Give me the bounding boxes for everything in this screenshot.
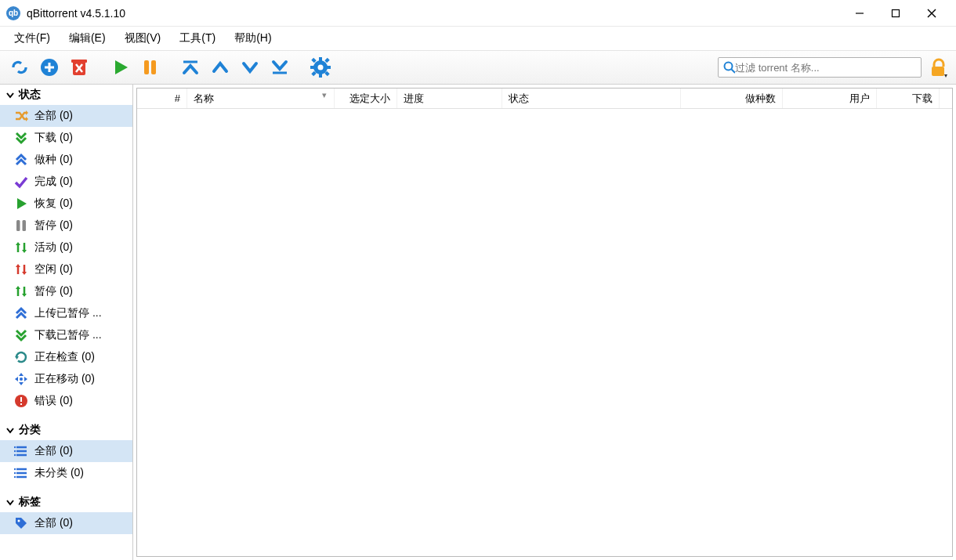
svg-point-17 <box>318 65 324 70</box>
shuffle-icon <box>14 109 28 123</box>
window-close-button[interactable] <box>914 0 950 27</box>
filter-search-input[interactable] <box>735 62 916 74</box>
svg-marker-37 <box>16 264 20 267</box>
sidebar-item-label: 全部 (0) <box>34 444 73 458</box>
list-icon <box>14 466 28 480</box>
sidebar-header-categories[interactable]: 分类 <box>0 420 132 440</box>
sidebar-item-label: 正在检查 (0) <box>34 350 95 364</box>
svg-marker-40 <box>22 294 27 297</box>
sidebar-item-label: 空闲 (0) <box>34 262 73 276</box>
lock-ui-button[interactable] <box>926 56 950 79</box>
maximize-icon <box>891 9 900 18</box>
move-bottom-button[interactable] <box>266 54 293 81</box>
resume-button[interactable] <box>107 54 133 81</box>
sidebar-item-errored[interactable]: 错误 (0) <box>0 390 132 412</box>
sidebar-item-seeding[interactable]: 做种 (0) <box>0 149 132 171</box>
double-down-icon <box>14 328 28 342</box>
sidebar-item-label: 下载 (0) <box>34 131 73 145</box>
move-top-button[interactable] <box>177 54 204 81</box>
list-icon <box>14 444 28 458</box>
play-icon <box>14 197 28 211</box>
column-header-num[interactable]: # <box>137 89 187 108</box>
play-icon <box>109 56 131 78</box>
minimize-icon <box>855 9 864 18</box>
delete-torrent-button[interactable] <box>66 54 92 81</box>
svg-rect-20 <box>310 66 315 69</box>
column-header-seeds[interactable]: 做种数 <box>681 89 783 108</box>
sidebar-item-checking[interactable]: 正在检查 (0) <box>0 346 132 368</box>
sidebar-item-label: 做种 (0) <box>34 153 73 167</box>
preferences-button[interactable] <box>307 54 334 81</box>
svg-rect-24 <box>324 58 329 63</box>
add-torrent-link-button[interactable] <box>6 54 33 81</box>
menu-help[interactable]: 帮助(H) <box>225 28 281 49</box>
svg-point-53 <box>14 446 16 448</box>
sidebar-item-all[interactable]: 全部 (0) <box>0 105 132 127</box>
sidebar-item-cat_none[interactable]: 未分类 (0) <box>0 462 132 484</box>
sidebar-header-tags[interactable]: 标签 <box>0 492 132 512</box>
window-maximize-button[interactable] <box>878 0 914 27</box>
sidebar-item-resumed[interactable]: 恢复 (0) <box>0 193 132 215</box>
chevron-down-icon <box>5 89 16 100</box>
svg-marker-42 <box>19 373 24 376</box>
svg-rect-34 <box>23 220 27 231</box>
updown-icon <box>14 262 28 276</box>
sidebar-item-cat_all[interactable]: 全部 (0) <box>0 440 132 462</box>
sidebar-header-tags-label: 标签 <box>19 495 41 509</box>
svg-rect-33 <box>16 220 20 231</box>
sidebar-item-paused[interactable]: 暂停 (0) <box>0 215 132 237</box>
svg-rect-28 <box>932 67 944 76</box>
svg-point-26 <box>725 63 733 70</box>
filter-search-box[interactable] <box>718 57 922 78</box>
window-minimize-button[interactable] <box>842 0 878 27</box>
menu-tools[interactable]: 工具(T) <box>170 28 225 49</box>
svg-marker-36 <box>22 250 27 253</box>
svg-point-60 <box>14 472 16 474</box>
sidebar-item-label: 全部 (0) <box>34 516 73 530</box>
lock-icon <box>928 57 948 78</box>
search-icon <box>723 61 735 74</box>
svg-rect-13 <box>151 60 156 74</box>
column-header-progress[interactable]: 进度 <box>397 89 502 108</box>
torrent-table: ▾ #名称选定大小进度状态做种数用户下载 <box>136 88 953 557</box>
pause-button[interactable] <box>136 54 163 81</box>
sidebar-item-label: 正在移动 (0) <box>34 372 95 386</box>
column-header-name[interactable]: 名称 <box>187 89 335 108</box>
menu-edit[interactable]: 编辑(E) <box>60 28 115 49</box>
svg-rect-21 <box>326 66 331 69</box>
sidebar-item-tag_all[interactable]: 全部 (0) <box>0 512 132 534</box>
column-header-peers[interactable]: 用户 <box>783 89 877 108</box>
sidebar-item-label: 未分类 (0) <box>34 466 84 480</box>
move-down-button[interactable] <box>237 54 263 81</box>
move-up-button[interactable] <box>207 54 234 81</box>
svg-rect-18 <box>319 57 322 62</box>
sidebar-item-stalled_up[interactable]: 上传已暂停 ... <box>0 302 132 324</box>
column-header-download[interactable]: 下载 <box>877 89 940 108</box>
column-header-status[interactable]: 状态 <box>502 89 681 108</box>
sidebar-header-status[interactable]: 状态 <box>0 85 132 105</box>
menu-view[interactable]: 视图(V) <box>115 28 171 49</box>
sidebar-item-stalled[interactable]: 暂停 (0) <box>0 280 132 302</box>
sidebar-item-moving[interactable]: 正在移动 (0) <box>0 368 132 390</box>
table-body[interactable] <box>137 109 952 544</box>
sidebar-item-completed[interactable]: 完成 (0) <box>0 171 132 193</box>
sidebar-item-inactive[interactable]: 空闲 (0) <box>0 258 132 280</box>
horizontal-scrollbar[interactable] <box>137 544 952 556</box>
column-header-size[interactable]: 选定大小 <box>335 89 397 108</box>
svg-marker-31 <box>26 117 28 121</box>
sidebar-item-download[interactable]: 下载 (0) <box>0 127 132 149</box>
sidebar-item-label: 暂停 (0) <box>34 284 73 298</box>
refresh-icon <box>14 350 28 364</box>
menu-file[interactable]: 文件(F) <box>5 28 60 49</box>
table-header-row: #名称选定大小进度状态做种数用户下载 <box>137 89 952 109</box>
add-torrent-file-button[interactable] <box>36 54 63 81</box>
svg-marker-35 <box>16 242 20 245</box>
sidebar-item-label: 上传已暂停 ... <box>34 306 102 320</box>
double-down-icon <box>14 131 28 145</box>
link-icon <box>9 56 31 78</box>
menu-bar: 文件(F) 编辑(E) 视图(V) 工具(T) 帮助(H) <box>0 27 956 50</box>
sidebar-item-stalled_dl[interactable]: 下载已暂停 ... <box>0 324 132 346</box>
sidebar-item-active[interactable]: 活动 (0) <box>0 237 132 258</box>
svg-marker-45 <box>24 377 27 381</box>
svg-marker-44 <box>15 377 18 381</box>
